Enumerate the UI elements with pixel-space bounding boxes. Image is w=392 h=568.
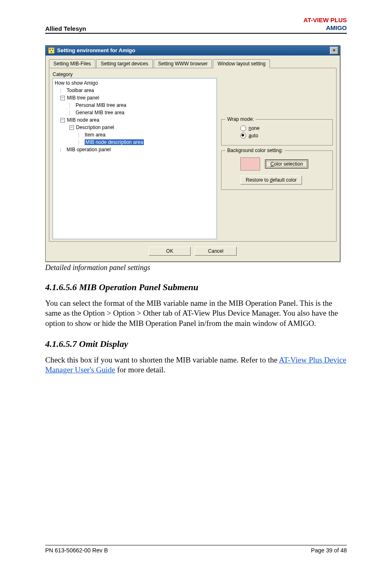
- footer-left: PN 613-50662-00 Rev B: [45, 547, 108, 554]
- category-label: Category: [53, 72, 217, 77]
- svg-point-1: [49, 48, 51, 50]
- tree-description-panel[interactable]: −Description panel: [55, 124, 215, 131]
- settings-dialog: Setting environment for Amigo × Setting …: [45, 45, 340, 262]
- header-brand: AT-VIEW PLUS: [303, 16, 347, 24]
- section-heading-omit-display: 4.1.6.5.7 Omit Display: [45, 339, 347, 349]
- header-product: AMIGO: [303, 24, 347, 32]
- wrap-none-radio[interactable]: none: [240, 125, 327, 131]
- tab-www-browser[interactable]: Setting WWW browser: [154, 59, 212, 68]
- radio-on-icon: [240, 133, 246, 139]
- radio-off-icon: [240, 125, 246, 131]
- app-icon: [48, 47, 55, 54]
- tree-general-mib-tree[interactable]: General MIB tree area: [55, 109, 215, 116]
- tab-pane: Category How to show Amigo Toolbar area …: [49, 68, 337, 242]
- svg-point-2: [52, 48, 53, 50]
- bg-legend: Background color setting:: [226, 148, 284, 153]
- cancel-button[interactable]: Cancel: [195, 247, 237, 256]
- page-header: Allied Telesyn AT-VIEW PLUS AMIGO: [45, 16, 347, 34]
- restore-default-color-button[interactable]: Restore to default color: [240, 175, 302, 185]
- tab-list: Setting MIB-Files Setting target devices…: [49, 59, 337, 68]
- footer-right: Page 39 of 48: [311, 547, 347, 554]
- section-heading-mib-operation: 4.1.6.5.6 MIB Operation Panel Submenu: [45, 282, 347, 293]
- close-button[interactable]: ×: [330, 47, 338, 54]
- tree-mib-tree-panel[interactable]: −MIB tree panel: [55, 94, 215, 102]
- background-color-group: Background color setting: Color selectio…: [221, 150, 333, 190]
- header-left: Allied Telesyn: [45, 25, 86, 32]
- page-footer: PN 613-50662-00 Rev B Page 39 of 48: [45, 545, 347, 554]
- titlebar: Setting environment for Amigo ×: [46, 46, 340, 55]
- ok-button[interactable]: OK: [149, 247, 191, 256]
- tab-mib-files[interactable]: Setting MIB-Files: [49, 59, 95, 68]
- tree-personal-mib-tree[interactable]: Personal MIB tree area: [55, 102, 215, 109]
- color-swatch: [240, 157, 260, 171]
- tab-target-devices[interactable]: Setting target devices: [96, 59, 152, 68]
- expander-icon[interactable]: −: [60, 118, 65, 122]
- tree-item-area[interactable]: Item area: [55, 131, 215, 139]
- figure-caption: Detailed information panel settings: [45, 263, 347, 272]
- tree-root[interactable]: How to show Amigo: [55, 79, 215, 87]
- dialog-title: Setting environment for Amigo: [57, 47, 135, 53]
- svg-point-3: [51, 51, 52, 53]
- tree-mib-node-description-area[interactable]: MIB node description area: [55, 139, 215, 146]
- section-paragraph-omit-display: Check this box if you want to shorten th…: [45, 355, 347, 375]
- category-tree[interactable]: How to show Amigo Toolbar area −MIB tree…: [53, 78, 217, 239]
- color-selection-button[interactable]: Color selection: [265, 159, 308, 169]
- expander-icon[interactable]: −: [60, 96, 65, 100]
- wrap-auto-radio[interactable]: auto: [240, 133, 327, 139]
- section-paragraph-mib-operation: You can select the format of the MIB var…: [45, 298, 347, 329]
- wrap-mode-group: Wrap mode: none auto: [221, 119, 333, 145]
- tree-toolbar-area[interactable]: Toolbar area: [55, 87, 215, 94]
- tree-mib-operation-panel[interactable]: MIB operation panel: [55, 146, 215, 153]
- header-right: AT-VIEW PLUS AMIGO: [303, 16, 347, 32]
- expander-icon[interactable]: −: [69, 125, 74, 130]
- wrap-mode-legend: Wrap mode:: [226, 116, 256, 122]
- tree-mib-node-area[interactable]: −MIB node area: [55, 116, 215, 124]
- tab-window-layout[interactable]: Window layout setting: [213, 59, 270, 68]
